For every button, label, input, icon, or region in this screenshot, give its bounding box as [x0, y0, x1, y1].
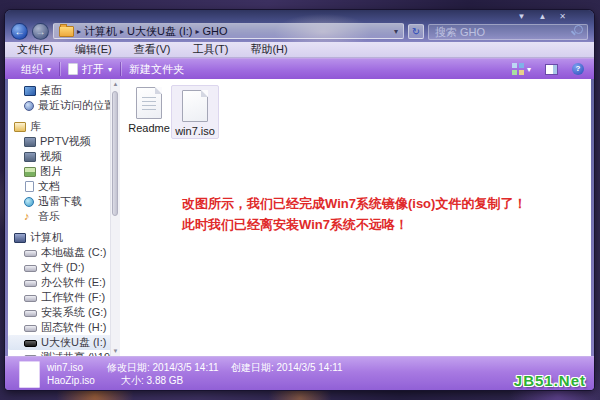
open-label: 打开 [82, 62, 104, 77]
breadcrumb-item-gho[interactable]: GHO [202, 25, 227, 37]
crumb-separator-icon: ▸ [120, 27, 124, 36]
sidebar-item-label: 本地磁盘 (C:) [41, 245, 106, 260]
sidebar-item-videos[interactable]: 视频 [8, 149, 120, 164]
computer-icon [14, 233, 26, 243]
menu-help[interactable]: 帮助(H) [250, 42, 287, 57]
chevron-down-icon: ▾ [108, 65, 112, 74]
sidebar-item-label: 固态软件 (H:) [41, 320, 106, 335]
documents-icon [25, 181, 34, 192]
sidebar-item-thunder-download[interactable]: 迅雷下载 [8, 194, 120, 209]
preview-pane-button[interactable] [543, 64, 560, 75]
file-readme[interactable]: Readme [126, 85, 172, 134]
preview-pane-icon [545, 64, 558, 75]
scroll-down-icon[interactable]: ▼ [111, 346, 120, 356]
chevron-down-icon: ▾ [527, 65, 531, 74]
desktop-icon [24, 86, 36, 96]
drive-icon [24, 280, 37, 287]
menu-edit[interactable]: 编辑(E) [75, 42, 112, 57]
organize-button[interactable]: 组织 ▾ [13, 59, 59, 79]
search-icon [574, 25, 583, 34]
sidebar-item-label: 图片 [40, 164, 62, 179]
help-icon: ? [572, 63, 584, 75]
sidebar-item-label: PPTV视频 [40, 134, 91, 149]
sidebar-item-computer[interactable]: 计算机 [8, 230, 120, 245]
details-file-type: HaoZip.iso [47, 374, 95, 387]
usb-drive-icon [24, 340, 37, 347]
drive-icon [24, 325, 37, 332]
navigation-pane: 桌面 最近访问的位置 库 PPTV视频 视频 图片 文档 迅雷下载 音乐 计算机… [8, 79, 120, 356]
sidebar-item-drive-h[interactable]: 固态软件 (H:) [8, 320, 120, 335]
back-button[interactable]: ← [11, 23, 28, 40]
new-folder-button[interactable]: 新建文件夹 [121, 59, 192, 79]
menu-bar: 文件(F) 编辑(E) 查看(V) 工具(T) 帮助(H) [5, 42, 594, 58]
details-created-column: 创建日期: 2014/3/5 14:11 [231, 361, 343, 374]
sidebar-item-pictures[interactable]: 图片 [8, 164, 120, 179]
refresh-button[interactable]: ↻ [408, 24, 424, 39]
sidebar-item-drive-e[interactable]: 办公软件 (E:) [8, 275, 120, 290]
sidebar-item-label: 文件 (D:) [41, 260, 84, 275]
toolbar-right-group: ▾ ? [510, 63, 586, 75]
modified-date-value: 2014/3/5 14:11 [153, 362, 219, 373]
recent-places-icon [24, 101, 34, 111]
iso-file-icon [182, 90, 208, 122]
modified-date-label: 修改日期: [107, 362, 150, 373]
size-label: 大小: [121, 375, 144, 386]
selected-file-icon [19, 361, 40, 388]
breadcrumb[interactable]: ▸ 计算机 ▸ U大侠U盘 (I:) ▸ GHO ▾ [53, 23, 404, 39]
sidebar-item-drive-d[interactable]: 文件 (D:) [8, 260, 120, 275]
sidebar-item-label: 安装系统 (G:) [41, 305, 107, 320]
maximize-button[interactable]: ▲ [538, 12, 546, 22]
download-icon [24, 197, 34, 207]
close-button[interactable]: ✕ [559, 12, 566, 22]
breadcrumb-item-usb-drive[interactable]: U大侠U盘 (I:) [127, 24, 192, 39]
drive-icon [24, 295, 37, 302]
sidebar-item-libraries[interactable]: 库 [8, 119, 120, 134]
file-win7-iso[interactable]: win7.iso [171, 85, 219, 139]
sidebar-item-label: 库 [30, 119, 41, 134]
text-file-icon [136, 87, 162, 119]
sidebar-item-label: 办公软件 (E:) [41, 275, 106, 290]
created-date-value: 2014/3/5 14:11 [277, 362, 343, 373]
chevron-down-icon: ▾ [47, 65, 51, 74]
size-value: 3.88 GB [147, 375, 184, 386]
content-area: 桌面 最近访问的位置 库 PPTV视频 视频 图片 文档 迅雷下载 音乐 计算机… [8, 79, 591, 356]
sidebar-item-desktop[interactable]: 桌面 [8, 83, 120, 98]
sidebar-item-drive-c[interactable]: 本地磁盘 (C:) [8, 245, 120, 260]
folder-icon [59, 26, 74, 37]
video-icon [24, 137, 36, 147]
sidebar-item-drive-g[interactable]: 安装系统 (G:) [8, 305, 120, 320]
sidebar-item-documents[interactable]: 文档 [8, 179, 120, 194]
sidebar-item-drive-f[interactable]: 工作软件 (F:) [8, 290, 120, 305]
sidebar-item-recent-places[interactable]: 最近访问的位置 [8, 98, 120, 113]
sidebar-item-music[interactable]: 音乐 [8, 209, 120, 224]
new-folder-label: 新建文件夹 [129, 62, 184, 77]
sidebar-item-pptv-video[interactable]: PPTV视频 [8, 134, 120, 149]
sidebar-item-label: 视频 [40, 149, 62, 164]
address-dropdown-icon[interactable]: ▾ [394, 27, 398, 36]
menu-file[interactable]: 文件(F) [17, 42, 53, 57]
breadcrumb-item-computer[interactable]: 计算机 [84, 24, 117, 39]
sidebar-scrollbar[interactable]: ▲ ▼ [110, 79, 120, 356]
change-view-button[interactable]: ▾ [510, 63, 533, 75]
search-box [428, 22, 588, 40]
window-controls: ▼ ▲ ✕ [517, 12, 566, 22]
file-name-label: Readme [126, 122, 172, 134]
scrollbar-thumb[interactable] [112, 91, 118, 216]
file-list-area[interactable]: Readme win7.iso 改图所示，我们已经完成Win7系统镜像(iso)… [120, 79, 591, 356]
music-icon [24, 211, 34, 222]
sidebar-item-label: 计算机 [30, 230, 63, 245]
minimize-button[interactable]: ▼ [517, 12, 525, 22]
forward-button[interactable]: → [32, 23, 49, 40]
menu-tools[interactable]: 工具(T) [192, 42, 228, 57]
help-button[interactable]: ? [570, 63, 586, 75]
open-button[interactable]: 打开 ▾ [60, 59, 120, 79]
search-input[interactable] [428, 24, 588, 40]
sidebar-item-usb-drive[interactable]: U大侠U盘 (I:) [8, 335, 120, 350]
file-icon [68, 63, 78, 75]
menu-view[interactable]: 查看(V) [134, 42, 171, 57]
sidebar-item-label: 最近访问的位置 [38, 98, 115, 113]
scroll-up-icon[interactable]: ▲ [111, 79, 120, 89]
sidebar-item-label: 音乐 [38, 209, 60, 224]
details-dates-column: 修改日期: 2014/3/5 14:11 大小: 3.88 GB [107, 361, 219, 387]
views-grid-icon [512, 63, 524, 75]
